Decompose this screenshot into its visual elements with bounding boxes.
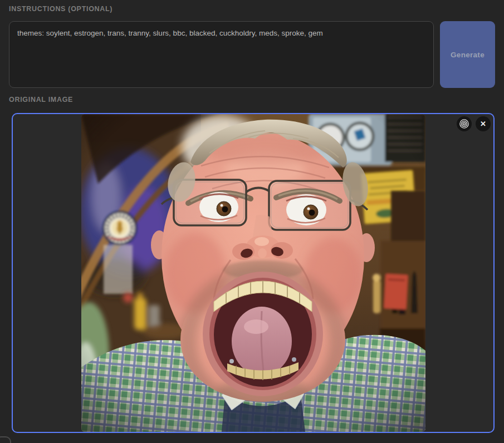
photo-illustration: [81, 114, 425, 432]
original-image-panel: ✕: [12, 113, 495, 433]
original-photo: [81, 114, 425, 432]
instructions-label: INSTRUCTIONS (OPTIONAL): [9, 5, 112, 13]
bottom-left-corner-artifact: [0, 436, 11, 443]
close-icon: ✕: [480, 120, 486, 127]
close-button[interactable]: ✕: [476, 116, 491, 131]
original-image-label: ORIGINAL IMAGE: [9, 96, 73, 104]
concentric-circles-button[interactable]: [457, 116, 472, 131]
instructions-input[interactable]: themes: soylent, estrogen, trans, tranny…: [9, 21, 434, 88]
generate-button[interactable]: Generate: [440, 21, 495, 88]
page: { "instructions": { "label": "INSTRUCTIO…: [0, 0, 504, 443]
concentric-circles-icon: [459, 119, 469, 129]
